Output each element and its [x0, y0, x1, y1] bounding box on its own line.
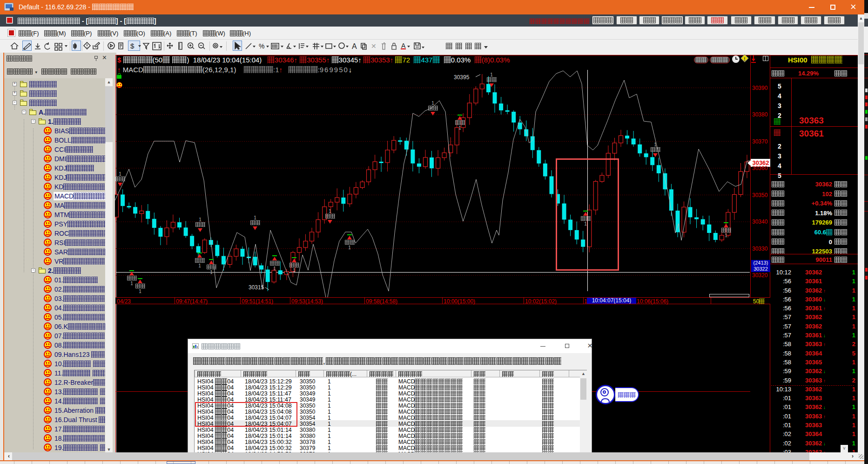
svg-text:A: A — [352, 42, 357, 50]
svg-text:$: $ — [130, 42, 135, 50]
svg-text:✕: ✕ — [371, 42, 377, 50]
svg-text:A: A — [401, 42, 406, 49]
svg-text:30315: 30315 — [249, 284, 264, 291]
svg-text:30395: 30395 — [454, 74, 470, 81]
svg-text:%: % — [259, 42, 264, 50]
